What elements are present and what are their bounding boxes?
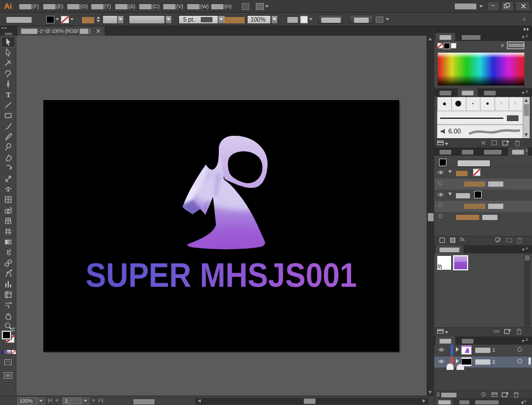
svg-text:T: T: [6, 90, 11, 99]
